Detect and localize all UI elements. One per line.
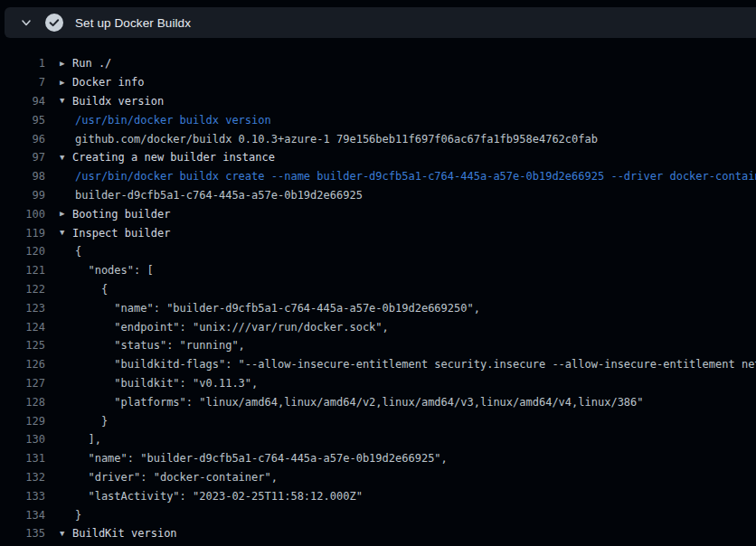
line-number[interactable]: 130 — [0, 433, 45, 446]
log-text: builder-d9cfb5a1-c764-445a-a57e-0b19d2e6… — [75, 189, 363, 202]
log-line[interactable]: 119 ▼ Inspect builder — [0, 223, 756, 242]
chevron-down-icon[interactable] — [20, 16, 33, 29]
line-number[interactable]: 97 — [0, 151, 45, 164]
log-line: 132 "driver": "docker-container", — [0, 468, 756, 487]
line-number[interactable]: 124 — [0, 321, 45, 334]
triangle-collapsed-icon: ▶ — [60, 60, 72, 68]
log-line[interactable]: 1 ▶ Run ./ — [0, 54, 756, 73]
line-number[interactable]: 99 — [0, 189, 45, 202]
line-number[interactable]: 134 — [0, 509, 45, 522]
log-text: "platforms": "linux/amd64,linux/amd64/v2… — [75, 396, 644, 409]
check-circle-icon — [45, 14, 63, 32]
log-line: 128 "platforms": "linux/amd64,linux/amd6… — [0, 392, 756, 411]
log-line[interactable]: 7 ▶ Docker info — [0, 73, 756, 92]
line-number[interactable]: 128 — [0, 396, 45, 409]
log-text: github.com/docker/buildx 0.10.3+azure-1 … — [75, 133, 598, 146]
triangle-expanded-icon: ▼ — [60, 530, 72, 538]
line-number[interactable]: 100 — [0, 208, 45, 221]
line-number[interactable]: 96 — [0, 133, 45, 146]
log-line: 129 } — [0, 411, 756, 430]
log-line: 98 /usr/bin/docker buildx create --name … — [0, 167, 756, 186]
log-text: Booting builder — [72, 208, 170, 221]
triangle-expanded-icon: ▼ — [60, 229, 72, 237]
line-number[interactable]: 95 — [0, 114, 45, 127]
line-number[interactable]: 131 — [0, 452, 45, 465]
log-text: Run ./ — [72, 57, 111, 70]
line-number[interactable]: 123 — [0, 302, 45, 315]
triangle-collapsed-icon: ▶ — [60, 79, 72, 87]
log-line: 127 "buildkit": "v0.11.3", — [0, 374, 756, 393]
triangle-expanded-icon: ▼ — [60, 97, 72, 105]
line-number[interactable]: 133 — [0, 490, 45, 503]
line-number[interactable]: 94 — [0, 95, 45, 108]
line-number[interactable]: 119 — [0, 227, 45, 240]
log-text: "name": "builder-d9cfb5a1-c764-445a-a57e… — [75, 302, 480, 315]
log-line: 125 "status": "running", — [0, 336, 756, 355]
log-text: "buildkitd-flags": "--allow-insecure-ent… — [75, 358, 756, 371]
log-line: 95 /usr/bin/docker buildx version — [0, 110, 756, 129]
log-text: Creating a new builder instance — [72, 151, 275, 164]
log-text: Inspect builder — [72, 227, 170, 240]
log-text: "name": "builder-d9cfb5a1-c764-445a-a57e… — [75, 452, 448, 465]
log-line: 124 "endpoint": "unix:///var/run/docker.… — [0, 317, 756, 336]
step-header[interactable]: Set up Docker Buildx — [5, 7, 756, 38]
log-line[interactable]: 94 ▼ Buildx version — [0, 92, 756, 111]
log-line: 126 "buildkitd-flags": "--allow-insecure… — [0, 355, 756, 374]
log-line: 122 { — [0, 280, 756, 299]
log-line: 123 "name": "builder-d9cfb5a1-c764-445a-… — [0, 298, 756, 317]
step-title: Set up Docker Buildx — [75, 16, 191, 30]
triangle-collapsed-icon: ▶ — [60, 210, 72, 218]
log-text: "buildkit": "v0.11.3", — [75, 377, 258, 390]
line-number[interactable]: 98 — [0, 170, 45, 183]
line-number[interactable]: 120 — [0, 245, 45, 258]
log-line: 96 github.com/docker/buildx 0.10.3+azure… — [0, 129, 756, 148]
line-number[interactable]: 7 — [0, 76, 45, 89]
log-text: "lastActivity": "2023-02-25T11:58:12.000… — [75, 490, 363, 503]
log-text: { — [75, 283, 108, 296]
log-text: Buildx version — [72, 95, 164, 108]
log-text: } — [75, 415, 108, 428]
line-number[interactable]: 135 — [0, 527, 45, 540]
line-number[interactable]: 121 — [0, 264, 45, 277]
line-number[interactable]: 126 — [0, 358, 45, 371]
log-line: 131 "name": "builder-d9cfb5a1-c764-445a-… — [0, 449, 756, 468]
log-line: 121 "nodes": [ — [0, 261, 756, 280]
log-text: "status": "running", — [75, 339, 245, 352]
line-number[interactable]: 125 — [0, 339, 45, 352]
triangle-expanded-icon: ▼ — [60, 154, 72, 162]
log-line[interactable]: 135 ▼ BuildKit version — [0, 524, 756, 543]
log-text: "nodes": [ — [75, 264, 154, 277]
log-text: "endpoint": "unix:///var/run/docker.sock… — [75, 321, 389, 334]
log-line[interactable]: 100 ▶ Booting builder — [0, 204, 756, 223]
log-text: { — [75, 245, 81, 258]
log-line: 130 ], — [0, 430, 756, 449]
log-text: /usr/bin/docker buildx version — [75, 114, 271, 127]
log-text: } — [75, 509, 81, 522]
line-number[interactable]: 122 — [0, 283, 45, 296]
log-line: 134 } — [0, 505, 756, 524]
line-number[interactable]: 132 — [0, 471, 45, 484]
line-number[interactable]: 129 — [0, 415, 45, 428]
log-line: 99 builder-d9cfb5a1-c764-445a-a57e-0b19d… — [0, 186, 756, 205]
line-number[interactable]: 1 — [0, 57, 45, 70]
log-text: BuildKit version — [72, 527, 177, 540]
log-text: "driver": "docker-container", — [75, 471, 278, 484]
log-text: /usr/bin/docker buildx create --name bui… — [75, 170, 756, 183]
log-line: 133 "lastActivity": "2023-02-25T11:58:12… — [0, 486, 756, 505]
line-number[interactable]: 127 — [0, 377, 45, 390]
log-line[interactable]: 97 ▼ Creating a new builder instance — [0, 148, 756, 167]
log-text: ], — [75, 433, 101, 446]
log-text: Docker info — [72, 76, 144, 89]
log-view: 1 ▶ Run ./ 7 ▶ Docker info 94 ▼ Buildx v… — [0, 38, 756, 546]
log-line: 120 { — [0, 242, 756, 261]
